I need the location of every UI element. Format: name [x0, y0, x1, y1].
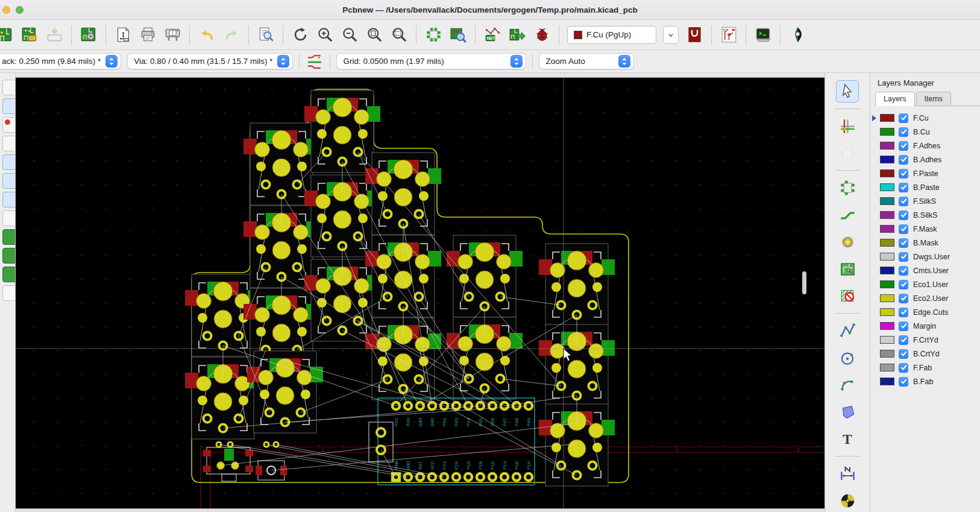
track-width-select[interactable]: ack: 0.250 mm (9.84 mils) *	[0, 53, 121, 69]
grid-select[interactable]: Grid: 0.0500 mm (1.97 mils)	[336, 53, 526, 69]
layer-color-swatch[interactable]	[880, 183, 894, 191]
undo-button[interactable]	[198, 26, 216, 44]
left-toolbar-icon-clipped[interactable]	[2, 267, 16, 282]
add-footprint-button[interactable]	[836, 177, 859, 199]
layer-visibility-checkbox[interactable]	[899, 210, 908, 220]
differential-pair-icon[interactable]	[306, 52, 324, 71]
print-button[interactable]	[139, 26, 157, 44]
refresh-button[interactable]	[291, 26, 309, 44]
layer-row-Dwgs.User[interactable]: Dwgs.User	[870, 250, 980, 264]
save-board-button[interactable]	[45, 26, 63, 44]
add-via-button[interactable]	[836, 231, 859, 253]
layer-visibility-checkbox[interactable]	[899, 266, 908, 276]
redo-button[interactable]	[222, 26, 240, 44]
layer-color-swatch[interactable]	[880, 378, 894, 385]
layer-visibility-checkbox[interactable]	[899, 224, 908, 234]
layer-color-swatch[interactable]	[880, 267, 894, 274]
layer-color-swatch[interactable]	[880, 128, 894, 136]
footprint-search-button[interactable]	[449, 26, 467, 44]
layer-visibility-checkbox[interactable]	[899, 113, 908, 123]
layer-row-F.Fab[interactable]: F.Fab	[870, 361, 980, 375]
page-settings-button[interactable]	[114, 26, 132, 44]
layer-row-Edge.Cuts[interactable]: Edge.Cuts	[870, 305, 980, 319]
new-board-button[interactable]	[0, 26, 14, 44]
layer-visibility-checkbox[interactable]	[899, 183, 908, 192]
layer-color-swatch[interactable]	[880, 239, 894, 247]
layer-visibility-checkbox[interactable]	[899, 252, 908, 262]
key-switch-footprint[interactable]	[365, 153, 441, 235]
add-polygon-button[interactable]	[836, 401, 859, 423]
layer-row-F.Cu[interactable]: F.Cu	[870, 111, 980, 125]
layer-row-F.SilkS[interactable]: F.SilkS	[870, 194, 980, 208]
update-pcb-button[interactable]	[508, 26, 526, 44]
layer-visibility-checkbox[interactable]	[899, 169, 908, 179]
open-board-button[interactable]	[20, 26, 39, 44]
zoom-fit-button[interactable]	[365, 26, 383, 44]
layer-color-swatch[interactable]	[880, 350, 894, 358]
layer-color-swatch[interactable]	[880, 280, 894, 288]
left-toolbar-icon-clipped[interactable]	[2, 117, 16, 133]
left-toolbar-icon-clipped[interactable]	[2, 285, 16, 301]
left-toolbar-clipped[interactable]	[0, 73, 16, 512]
left-toolbar-icon-clipped[interactable]	[2, 192, 16, 207]
route-tracks-button[interactable]	[836, 204, 859, 226]
compass-button[interactable]	[788, 26, 806, 44]
layer-row-B.SilkS[interactable]: B.SilkS	[870, 208, 980, 222]
layer-row-B.Fab[interactable]: B.Fab	[870, 375, 980, 388]
add-text-button[interactable]: T	[836, 428, 859, 450]
canvas-vertical-scrollbar[interactable]	[802, 271, 806, 294]
console-button[interactable]	[754, 26, 772, 44]
zoom-select[interactable]: Zoom Auto	[539, 53, 634, 69]
layer-color-swatch[interactable]	[880, 169, 894, 177]
layer-visibility-checkbox[interactable]	[899, 321, 908, 331]
key-switch-footprint[interactable]	[304, 90, 380, 172]
drc-button[interactable]	[533, 26, 551, 44]
layer-visibility-checkbox[interactable]	[899, 238, 908, 248]
layer-selector[interactable]: F.Cu (PgUp)	[567, 26, 656, 44]
layer-visibility-checkbox[interactable]	[899, 127, 908, 137]
layer-row-Eco2.User[interactable]: Eco2.User	[870, 291, 980, 305]
key-switch-footprint[interactable]	[539, 244, 615, 326]
net-inspector-button[interactable]: NET	[483, 26, 501, 44]
zoom-selection-button[interactable]	[390, 26, 408, 44]
layer-row-Cmts.User[interactable]: Cmts.User	[870, 264, 980, 277]
left-toolbar-icon-clipped[interactable]	[2, 98, 16, 114]
layer-row-B.Cu[interactable]: B.Cu	[870, 125, 980, 139]
left-toolbar-icon-clipped[interactable]	[2, 80, 16, 95]
tab-layers[interactable]: Layers	[875, 92, 915, 106]
key-switch-footprint[interactable]	[447, 235, 523, 317]
local-ratsnest-button[interactable]	[836, 115, 859, 137]
layer-row-F.CrtYd[interactable]: F.CrtYd	[870, 333, 980, 347]
layer-row-F.Adhes[interactable]: F.Adhes	[870, 139, 980, 153]
highlight-net-button[interactable]	[836, 142, 859, 165]
layer-visibility-checkbox[interactable]	[899, 141, 908, 151]
layer-visibility-checkbox[interactable]	[899, 280, 908, 289]
select-tool-button[interactable]	[836, 80, 859, 103]
layer-color-swatch[interactable]	[880, 336, 894, 344]
zoom-in-button[interactable]	[316, 26, 334, 44]
layer-visibility-checkbox[interactable]	[899, 308, 908, 317]
layer-visibility-checkbox[interactable]	[899, 335, 908, 345]
layer-visibility-checkbox[interactable]	[899, 349, 908, 359]
layer-color-swatch[interactable]	[880, 225, 894, 233]
place-origin-button[interactable]	[836, 490, 859, 512]
layer-color-swatch[interactable]	[880, 156, 894, 163]
layer-row-B.Adhes[interactable]: B.Adhes	[870, 153, 980, 166]
router-settings-button[interactable]	[720, 26, 738, 44]
layer-row-B.CrtYd[interactable]: B.CrtYd	[870, 347, 980, 361]
add-keepout-button[interactable]	[836, 285, 859, 308]
add-circle-button[interactable]	[836, 347, 859, 369]
layer-color-swatch[interactable]	[880, 197, 894, 205]
layer-visibility-checkbox[interactable]	[899, 197, 908, 206]
add-line-button[interactable]	[836, 320, 859, 342]
layer-row-Eco1.User[interactable]: Eco1.User	[870, 277, 980, 291]
left-toolbar-icon-clipped[interactable]	[2, 173, 16, 189]
layer-row-Margin[interactable]: Margin	[870, 319, 980, 333]
layer-color-swatch[interactable]	[880, 294, 894, 302]
layer-visibility-checkbox[interactable]	[899, 377, 908, 387]
zoom-out-button[interactable]	[341, 26, 359, 44]
plot-button[interactable]	[163, 26, 181, 44]
left-toolbar-icon-clipped[interactable]	[2, 210, 16, 226]
layer-visibility-checkbox[interactable]	[899, 155, 908, 165]
layer-color-swatch[interactable]	[880, 142, 894, 150]
